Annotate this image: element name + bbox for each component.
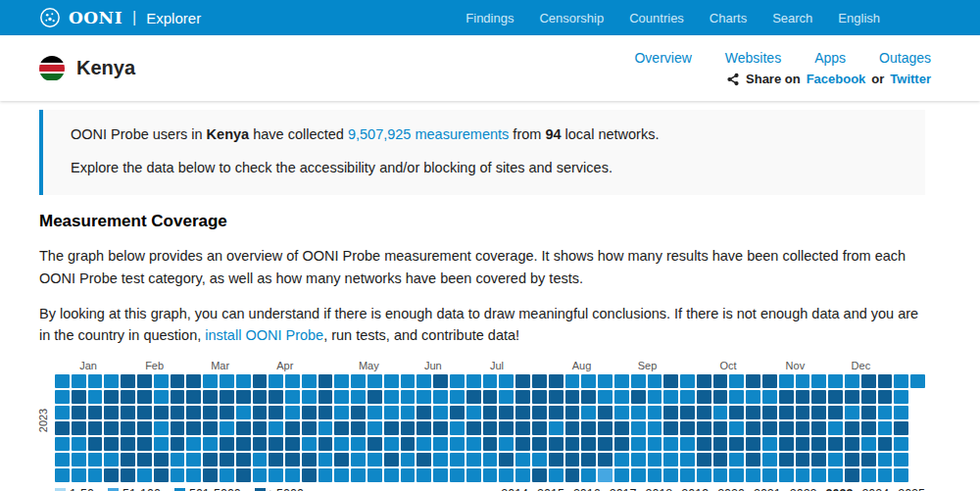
heatmap-cell: [72, 390, 86, 404]
heatmap-cell: [631, 453, 646, 466]
nav-link-charts[interactable]: Charts: [710, 11, 747, 25]
heatmap-cell: [614, 374, 629, 388]
heatmap-cell: [466, 406, 481, 419]
heatmap-cell: [466, 468, 481, 482]
heatmap-cell: [762, 406, 777, 419]
heatmap-cell: [450, 390, 465, 404]
heatmap-cell: [598, 468, 612, 482]
heatmap-cell: [746, 437, 760, 451]
heatmap-cell: [384, 453, 399, 466]
heatmap-cell: [368, 437, 382, 451]
nav-link-search[interactable]: Search: [772, 11, 812, 25]
year-2015[interactable]: 2015: [537, 487, 564, 491]
heatmap-cell: [401, 374, 416, 388]
brand-name: OONI: [69, 8, 122, 27]
nav-link-countries[interactable]: Countries: [629, 11, 684, 25]
heatmap-cell: [811, 421, 826, 435]
heatmap-cell: [614, 406, 629, 419]
heatmap-cell: [729, 406, 744, 419]
tab-overview[interactable]: Overview: [634, 50, 691, 66]
year-2019[interactable]: 2019: [681, 487, 709, 491]
year-2020[interactable]: 2020: [717, 487, 745, 491]
heatmap-cell: [729, 468, 744, 482]
heatmap-cell: [302, 437, 317, 451]
heatmap-cell: [368, 453, 382, 466]
ooni-brand[interactable]: OONI | Explorer: [39, 7, 201, 28]
heatmap-cell: [549, 374, 564, 388]
heatmap-cell: [236, 468, 251, 482]
heatmap-cell: [88, 390, 103, 404]
heatmap-cell: [368, 468, 382, 482]
month-label-may: May: [359, 360, 379, 371]
heatmap-cell: [828, 468, 843, 482]
heatmap-cell: [384, 406, 399, 419]
measurements-link[interactable]: 9,507,925 measurements: [348, 126, 509, 142]
nav-link-english[interactable]: English: [838, 11, 880, 25]
heatmap-cell: [845, 437, 859, 451]
heatmap-cell: [762, 421, 777, 435]
month-axis: JanFebMarAprMayJunJulAugSepOctNovDec: [55, 360, 925, 374]
year-2014[interactable]: 2014: [501, 487, 528, 491]
heatmap-cell: [663, 468, 678, 482]
heatmap-cell: [499, 453, 514, 466]
share-facebook-link[interactable]: Facebook: [807, 72, 866, 86]
heatmap-cell: [368, 374, 382, 388]
heatmap-cell: [581, 390, 596, 404]
heatmap-cell: [253, 437, 268, 451]
year-selector: 2014201520162017201820192020202120222023…: [501, 487, 925, 491]
share-twitter-link[interactable]: Twitter: [890, 72, 931, 86]
heatmap-cell: [483, 453, 498, 466]
heatmap-cell: [894, 468, 908, 482]
nav-link-censorship[interactable]: Censorship: [539, 11, 604, 25]
heatmap-cell: [433, 421, 448, 435]
year-axis-label: 2023: [37, 409, 49, 432]
install-ooni-probe-link[interactable]: install OONI Probe: [205, 327, 323, 343]
year-2023[interactable]: 2023: [826, 487, 854, 491]
heatmap-cell: [532, 390, 547, 404]
heatmap-cell: [746, 468, 760, 482]
heatmap-cell: [828, 437, 843, 451]
heatmap-cell: [746, 374, 760, 388]
year-2021[interactable]: 2021: [754, 487, 781, 491]
month-label-feb: Feb: [145, 360, 164, 371]
heatmap-cell: [648, 437, 662, 451]
summary-line1: OONI Probe users in Kenya have collected…: [71, 124, 906, 145]
year-2017[interactable]: 2017: [610, 487, 637, 491]
heatmap-cell: [220, 453, 234, 466]
tab-websites[interactable]: Websites: [725, 50, 781, 66]
heatmap-cell: [483, 406, 498, 419]
heatmap-cell: [483, 421, 498, 435]
heatmap-cell: [55, 437, 70, 451]
tab-apps[interactable]: Apps: [814, 50, 846, 66]
summary-from: from: [509, 126, 545, 142]
heatmap-cell: [334, 390, 349, 404]
heatmap-cell: [236, 453, 251, 466]
heatmap-cell: [72, 437, 86, 451]
heatmap-cell: [137, 437, 152, 451]
heatmap-cell: [121, 437, 135, 451]
year-2016[interactable]: 2016: [573, 487, 601, 491]
summary-line2: Explore the data below to check the acce…: [71, 158, 906, 178]
heatmap-cell: [515, 421, 530, 435]
tab-outages[interactable]: Outages: [879, 50, 931, 66]
nav-link-findings[interactable]: Findings: [466, 11, 514, 25]
heatmap-cell: [318, 390, 333, 404]
heatmap-cell: [55, 421, 70, 435]
heatmap-cell: [104, 437, 119, 451]
heatmap-cell: [401, 421, 416, 435]
heatmap-cell: [697, 421, 711, 435]
year-2018[interactable]: 2018: [646, 487, 673, 491]
year-2024[interactable]: 2024: [861, 487, 889, 491]
heatmap-cell: [220, 374, 234, 388]
heatmap-cell: [796, 390, 810, 404]
heatmap-cell: [515, 374, 530, 388]
heatmap-cell: [614, 390, 629, 404]
legend-label: >5000: [270, 487, 304, 491]
ooni-octopus-logo-icon: [39, 7, 61, 28]
year-2025[interactable]: 2025: [898, 487, 925, 491]
year-2022[interactable]: 2022: [790, 487, 817, 491]
heatmap-cell: [88, 421, 103, 435]
heatmap-cell: [186, 453, 201, 466]
heatmap-cell: [515, 406, 530, 419]
heatmap-cell: [433, 374, 448, 388]
